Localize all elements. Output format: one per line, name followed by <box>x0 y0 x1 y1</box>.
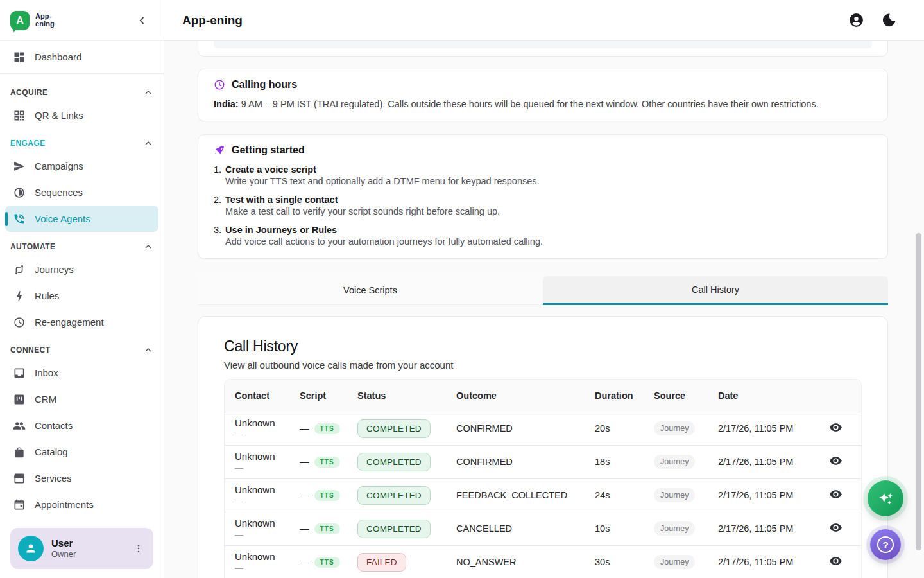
status-badge: FAILED <box>357 553 406 572</box>
sidebar-item-inbox[interactable]: Inbox <box>5 360 158 386</box>
step-description: Add voice call actions to your automatio… <box>225 236 543 247</box>
sidebar-section-connect[interactable]: CONNECT <box>5 335 158 360</box>
account-button[interactable] <box>848 12 864 28</box>
script-name: — <box>300 423 309 434</box>
sidebar-item-re-engagement[interactable]: Re-engagement <box>5 309 158 335</box>
sidebar-item-label: Dashboard <box>35 51 81 62</box>
sidebar-item-label: Services <box>35 473 72 484</box>
sidebar-section-acquire[interactable]: ACQUIRE <box>5 78 158 102</box>
status-badge: COMPLETED <box>357 520 431 538</box>
date-cell: 2/17/26, 11:05 PM <box>708 512 819 545</box>
date-cell: 2/17/26, 11:05 PM <box>708 412 819 445</box>
user-name: User <box>51 538 76 550</box>
step-number: 3. <box>214 224 221 247</box>
inbox-icon <box>13 367 26 380</box>
help-fab[interactable]: ? <box>870 529 901 560</box>
source-badge: Journey <box>654 488 695 502</box>
qr-links-icon <box>13 109 26 122</box>
contact-name: Unknown <box>235 484 279 496</box>
duration-cell: 18s <box>585 445 644 478</box>
contact-phone: — <box>235 496 279 506</box>
table-row: Unknown——TTSCOMPLETEDCANCELLED10sJourney… <box>225 512 861 545</box>
contact-name: Unknown <box>235 417 279 429</box>
calling-hours-title: Calling hours <box>232 79 297 91</box>
scrollbar[interactable] <box>916 233 921 550</box>
sidebar-section-automate[interactable]: AUTOMATE <box>5 232 158 256</box>
tab-voice-scripts[interactable]: Voice Scripts <box>198 276 543 305</box>
table-header-row: ContactScriptStatusOutcomeDurationSource… <box>225 380 861 412</box>
ai-assistant-fab[interactable] <box>868 480 903 516</box>
dashboard-icon <box>13 51 26 64</box>
sidebar-header: A App- ening <box>0 0 164 41</box>
partial-card-top <box>198 41 888 57</box>
sidebar-section-label: CONNECT <box>10 346 50 355</box>
sidebar-item-contacts[interactable]: Contacts <box>5 412 158 439</box>
tab-call-history[interactable]: Call History <box>543 276 888 305</box>
view-call-button[interactable] <box>829 454 843 468</box>
contact-phone: — <box>235 563 279 573</box>
sidebar-item-voice-agents[interactable]: Voice Agents <box>5 206 158 232</box>
column-header: Outcome <box>446 380 585 412</box>
tts-badge: TTS <box>314 423 341 434</box>
tts-badge: TTS <box>314 557 341 568</box>
moon-icon <box>881 12 897 28</box>
duration-cell: 30s <box>585 545 644 578</box>
contact-phone: — <box>235 430 279 439</box>
sidebar-section-engage[interactable]: ENGAGE <box>5 128 158 153</box>
sidebar-item-campaigns[interactable]: Campaigns <box>5 153 158 179</box>
column-header: Script <box>289 380 347 412</box>
tabs-list: Voice ScriptsCall History <box>198 276 888 305</box>
rocket-icon <box>214 144 225 156</box>
sidebar-item-catalog[interactable]: Catalog <box>5 439 158 465</box>
chevron-up-icon <box>143 87 153 98</box>
sidebar-item-label: Appointments <box>35 499 94 510</box>
outcome-cell: NO_ANSWER <box>446 545 585 578</box>
user-card[interactable]: User Owner <box>10 528 153 569</box>
view-call-button[interactable] <box>829 554 843 568</box>
call-history-table: ContactScriptStatusOutcomeDurationSource… <box>225 380 861 578</box>
sidebar-item-label: Catalog <box>35 446 68 457</box>
app-logo-text-line1: App- <box>35 13 55 21</box>
sidebar-item-dashboard[interactable]: Dashboard <box>5 44 158 70</box>
sidebar-item-label: CRM <box>35 394 56 405</box>
account-circle-icon <box>848 12 864 28</box>
getting-started-step: 1.Create a voice scriptWrite your TTS te… <box>214 164 872 187</box>
contacts-icon <box>13 419 26 432</box>
sidebar-item-services[interactable]: Services <box>5 465 158 491</box>
dots-vertical-icon <box>133 543 147 554</box>
sidebar-item-rules[interactable]: Rules <box>5 283 158 309</box>
view-call-button[interactable] <box>829 421 843 434</box>
step-description: Make a test call to verify your script s… <box>225 206 500 217</box>
getting-started-step: 2.Test with a single contactMake a test … <box>214 194 872 217</box>
sidebar-collapse-button[interactable] <box>135 13 151 28</box>
appointments-icon <box>13 498 26 511</box>
chevron-up-icon <box>143 345 153 355</box>
sidebar-item-qr-links[interactable]: QR & Links <box>5 102 158 128</box>
chevron-left-icon <box>135 14 151 27</box>
contact-phone: — <box>235 463 279 473</box>
re-engagement-icon <box>13 316 26 329</box>
sequences-icon <box>13 186 26 199</box>
getting-started-card: Getting started 1.Create a voice scriptW… <box>198 134 888 259</box>
table-row: Unknown——TTSCOMPLETEDCONFIRMED20sJourney… <box>225 412 861 445</box>
sidebar-item-crm[interactable]: CRM <box>5 386 158 412</box>
column-header: Contact <box>225 380 289 412</box>
step-title: Create a voice script <box>225 164 539 175</box>
script-name: — <box>300 490 309 500</box>
source-badge: Journey <box>654 555 695 569</box>
outcome-cell: CONFIRMED <box>446 412 585 445</box>
script-name: — <box>300 557 309 567</box>
contact-name: Unknown <box>235 451 279 462</box>
sidebar-item-sequences[interactable]: Sequences <box>5 179 158 206</box>
sidebar-item-journeys[interactable]: Journeys <box>5 256 158 283</box>
script-name: — <box>300 457 309 467</box>
date-cell: 2/17/26, 11:05 PM <box>708 445 819 478</box>
main-column: App-ening Calling hours India: 9 AM – 9 … <box>164 0 924 578</box>
user-avatar <box>18 536 44 561</box>
status-badge: COMPLETED <box>357 486 431 505</box>
user-menu-button[interactable] <box>133 541 147 556</box>
view-call-button[interactable] <box>829 487 843 501</box>
view-call-button[interactable] <box>829 521 843 534</box>
dark-mode-toggle[interactable] <box>881 12 897 28</box>
sidebar-item-appointments[interactable]: Appointments <box>5 491 158 518</box>
